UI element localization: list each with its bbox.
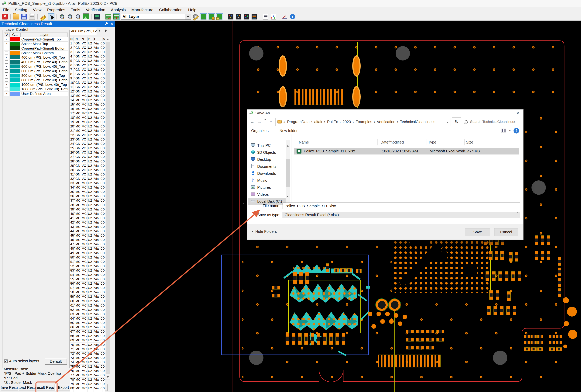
column-header-size[interactable]: Size	[466, 140, 473, 144]
hide-folders-chevron-icon	[251, 231, 253, 232]
save-type-label: Save as type:	[247, 213, 280, 217]
documents-icon	[251, 164, 255, 169]
downloads-icon	[251, 171, 255, 176]
file-list-columns: NameDate modifiedTypeSize	[292, 140, 522, 146]
file-name-input[interactable]	[283, 202, 520, 209]
navigation-pane: This PC3D ObjectsDesktopDocumentsDownloa…	[248, 142, 286, 205]
breadcrumb-item-examples[interactable]: Examples	[356, 120, 372, 124]
breadcrumb-item-programdata[interactable]: ProgramData	[287, 120, 310, 124]
sidebar-item-label: Local Disk (C:)	[257, 199, 282, 204]
dialog-close-icon[interactable]: ×	[515, 110, 521, 116]
sidebar-item-this-pc[interactable]: This PC	[248, 142, 286, 149]
svg-text:♪: ♪	[251, 178, 254, 182]
breadcrumb-separator: ›	[339, 120, 341, 124]
dialog-app-icon	[249, 111, 253, 115]
breadcrumb-separator: ›	[311, 120, 313, 124]
sidebar-item-label: Music	[257, 178, 267, 183]
dialog-fields: File name: Save as type: Cleanliness Res…	[247, 204, 523, 224]
search-box[interactable]	[463, 118, 518, 126]
sidebar-item-3d-objects[interactable]: 3D Objects	[248, 149, 286, 156]
column-header-name[interactable]: Name	[299, 140, 309, 144]
sidebar-item-desktop[interactable]: Desktop	[248, 156, 286, 163]
hide-folders-button[interactable]: Hide Folders	[251, 230, 277, 234]
dialog-body: This PC3D ObjectsDesktopDocumentsDownloa…	[247, 134, 523, 204]
dialog-footer: Hide Folders Save Cancel	[247, 224, 523, 240]
nav-scrollbar-thumb[interactable]	[286, 159, 290, 188]
sidebar-item-videos[interactable]: Videos	[248, 191, 286, 198]
folder-icon	[277, 120, 282, 124]
help-icon[interactable]: ?	[514, 128, 519, 134]
sidebar-item-label: Desktop	[257, 157, 271, 162]
address-row: ← → ↑ «ProgramData›altair›PollEx›2023›Ex…	[247, 117, 523, 126]
view-options-icon[interactable]	[501, 128, 506, 133]
file-row[interactable]: Pollex_PCB_Sample_r1.0.xlsx 10/18/2023 1…	[294, 148, 519, 154]
breadcrumb-item-verification[interactable]: Verification	[377, 120, 395, 124]
save-type-value: Cleanliness Result Excel (*.xlsx)	[285, 213, 339, 217]
search-icon	[465, 120, 468, 124]
file-type: Microsoft Excel Work...	[430, 149, 468, 153]
3d-objects-icon	[251, 150, 255, 155]
up-icon[interactable]: ↑	[268, 119, 274, 124]
new-folder-button[interactable]: New folder	[280, 128, 298, 133]
file-name-label: File name:	[247, 204, 280, 208]
bottom-connector	[378, 355, 440, 367]
sidebar-item-label: Downloads	[257, 171, 276, 176]
save-button[interactable]: Save	[465, 228, 490, 236]
sidebar-item-documents[interactable]: Documents	[248, 163, 286, 170]
column-header-date-modified[interactable]: Date modified	[381, 140, 404, 144]
save-as-dialog: Save As × ← → ↑ «ProgramData›altair›Poll…	[247, 109, 524, 240]
videos-icon	[251, 192, 255, 197]
desktop-icon	[251, 157, 255, 162]
back-icon[interactable]: ←	[249, 119, 255, 124]
sidebar-item-music[interactable]: ♪Music	[248, 177, 286, 184]
application-window: PollEx_PCB_Sample_r1.0.pdbb - Altair Pol…	[0, 0, 581, 392]
column-divider	[377, 139, 378, 146]
sidebar-item-label: Documents	[257, 164, 276, 169]
column-header-type[interactable]: Type	[428, 140, 436, 144]
sidebar-item-label: 3D Objects	[257, 150, 276, 155]
breadcrumb-separator: ›	[324, 120, 325, 124]
column-divider	[490, 139, 490, 146]
dialog-title: Save As	[255, 111, 270, 115]
file-list: NameDate modifiedTypeSize Pollex_PCB_Sam…	[292, 134, 522, 204]
column-divider	[427, 139, 427, 146]
breadcrumb-item-altair[interactable]: altair	[314, 120, 322, 124]
save-type-chevron-icon	[516, 213, 518, 217]
search-input[interactable]	[470, 120, 516, 124]
file-modified: 10/18/2023 10:42 AM	[382, 149, 418, 153]
right-edge-pads	[563, 297, 577, 348]
this-pc-icon	[251, 143, 255, 148]
sidebar-item-label: Pictures	[257, 185, 271, 190]
save-type-select[interactable]: Cleanliness Result Excel (*.xlsx)	[283, 212, 520, 218]
breadcrumb-item-pollex[interactable]: PollEx	[327, 120, 338, 124]
sidebar-item-label: This PC	[257, 143, 271, 148]
breadcrumb-chevron-icon[interactable]	[447, 120, 449, 124]
breadcrumb-separator: ›	[353, 120, 354, 124]
breadcrumb-separator: ›	[374, 120, 375, 124]
column-divider	[464, 139, 465, 146]
history-chevron-icon[interactable]	[264, 120, 267, 123]
view-options-chevron-icon[interactable]: ▾	[509, 129, 511, 132]
excel-file-icon	[297, 149, 301, 154]
sidebar-item-pictures[interactable]: Pictures	[248, 184, 286, 191]
forward-icon[interactable]: →	[256, 119, 262, 124]
file-name: Pollex_PCB_Sample_r1.0.xlsx	[304, 149, 355, 153]
nav-scrollbar[interactable]	[286, 140, 290, 202]
breadcrumb-prefix: «	[283, 120, 285, 124]
refresh-icon[interactable]: ↻	[452, 118, 461, 126]
cancel-button[interactable]: Cancel	[494, 228, 518, 236]
dialog-toolbar: Organize ▾ New folder ▾ ?	[247, 127, 523, 134]
music-icon: ♪	[251, 178, 255, 183]
breadcrumb[interactable]: «ProgramData›altair›PollEx›2023›Examples…	[275, 118, 451, 126]
file-name-chevron-icon[interactable]	[243, 204, 245, 208]
local-disk-icon	[251, 199, 255, 204]
sidebar-item-downloads[interactable]: Downloads	[248, 170, 286, 177]
breadcrumb-item-technicalcleanliness[interactable]: TechnicalCleanliness	[400, 120, 435, 124]
breadcrumb-item-2023[interactable]: 2023	[342, 120, 351, 124]
sidebar-item-label: Videos	[257, 192, 269, 197]
file-size: 474 KB	[467, 149, 480, 153]
dialog-titlebar: Save As ×	[247, 110, 523, 117]
organize-button[interactable]: Organize ▾	[251, 128, 269, 133]
breadcrumb-separator: ›	[397, 120, 398, 124]
pictures-icon	[251, 185, 255, 190]
